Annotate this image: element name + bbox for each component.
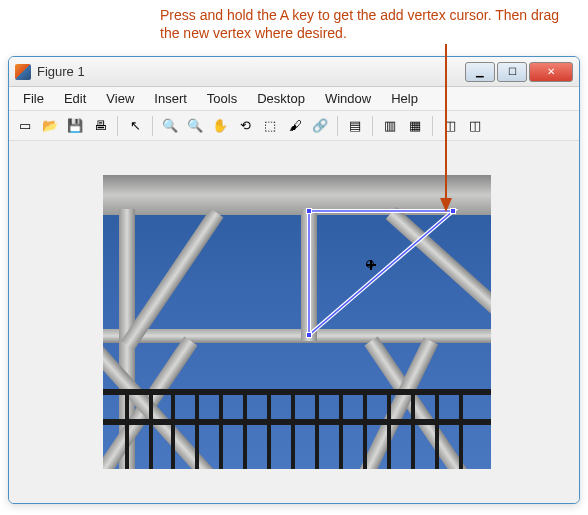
menu-tools[interactable]: Tools bbox=[197, 88, 247, 109]
image-content bbox=[386, 207, 491, 346]
toolbar-separator bbox=[432, 116, 433, 136]
add-vertex-cursor[interactable] bbox=[366, 260, 376, 270]
menu-window[interactable]: Window bbox=[315, 88, 381, 109]
menu-help[interactable]: Help bbox=[381, 88, 428, 109]
zoom-in-icon[interactable]: 🔍 bbox=[158, 114, 182, 138]
menu-file[interactable]: File bbox=[13, 88, 54, 109]
new-figure-icon[interactable]: ▭ bbox=[13, 114, 37, 138]
image-content bbox=[103, 369, 491, 469]
print-icon[interactable]: 🖶 bbox=[88, 114, 112, 138]
toolbar: ▭📂💾🖶↖🔍🔍✋⟲⬚🖌🔗▤▥▦◫◫ bbox=[9, 111, 579, 141]
svg-marker-0 bbox=[309, 211, 453, 335]
roi-vertex[interactable] bbox=[306, 332, 312, 338]
toolbar-separator bbox=[372, 116, 373, 136]
colorbar-icon[interactable]: ▤ bbox=[343, 114, 367, 138]
image-content bbox=[301, 209, 317, 341]
show-tools-icon[interactable]: ◫ bbox=[463, 114, 487, 138]
menubar: File Edit View Insert Tools Desktop Wind… bbox=[9, 87, 579, 111]
link-icon[interactable]: 🔗 bbox=[308, 114, 332, 138]
open-icon[interactable]: 📂 bbox=[38, 114, 62, 138]
zoom-out-icon[interactable]: 🔍 bbox=[183, 114, 207, 138]
titlebar[interactable]: Figure 1 ▁ ☐ ✕ bbox=[9, 57, 579, 87]
matlab-icon bbox=[15, 64, 31, 80]
window-title: Figure 1 bbox=[37, 64, 465, 79]
minimize-button[interactable]: ▁ bbox=[465, 62, 495, 82]
close-button[interactable]: ✕ bbox=[529, 62, 573, 82]
legend-icon[interactable]: ▥ bbox=[378, 114, 402, 138]
menu-desktop[interactable]: Desktop bbox=[247, 88, 315, 109]
pointer-icon[interactable]: ↖ bbox=[123, 114, 147, 138]
instruction-annotation: Press and hold the A key to get the add … bbox=[160, 6, 570, 42]
plot-tools-icon[interactable]: ▦ bbox=[403, 114, 427, 138]
image-content bbox=[103, 175, 491, 215]
rotate-icon[interactable]: ⟲ bbox=[233, 114, 257, 138]
brush-icon[interactable]: 🖌 bbox=[283, 114, 307, 138]
maximize-button[interactable]: ☐ bbox=[497, 62, 527, 82]
image-axes[interactable] bbox=[103, 175, 491, 469]
save-icon[interactable]: 💾 bbox=[63, 114, 87, 138]
canvas-area bbox=[9, 141, 579, 503]
figure-window: Figure 1 ▁ ☐ ✕ File Edit View Insert Too… bbox=[8, 56, 580, 504]
toolbar-separator bbox=[152, 116, 153, 136]
menu-edit[interactable]: Edit bbox=[54, 88, 96, 109]
roi-vertex[interactable] bbox=[306, 208, 312, 214]
pan-icon[interactable]: ✋ bbox=[208, 114, 232, 138]
menu-view[interactable]: View bbox=[96, 88, 144, 109]
toolbar-separator bbox=[337, 116, 338, 136]
datatip-icon[interactable]: ⬚ bbox=[258, 114, 282, 138]
svg-marker-1 bbox=[309, 211, 453, 335]
annotation-arrow bbox=[440, 44, 452, 216]
menu-insert[interactable]: Insert bbox=[144, 88, 197, 109]
toolbar-separator bbox=[117, 116, 118, 136]
